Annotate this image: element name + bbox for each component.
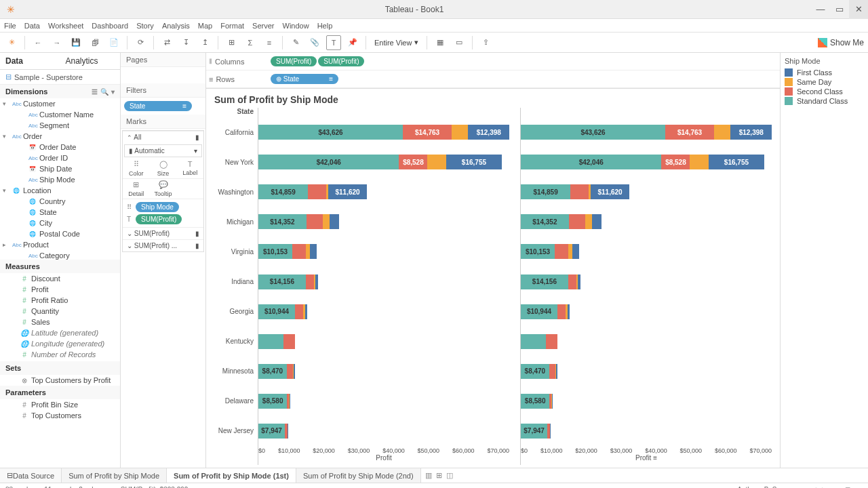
bar-segment[interactable]: $8,528 xyxy=(399,155,427,169)
bar-row[interactable] xyxy=(258,327,509,357)
bar-segment[interactable]: $16,755 xyxy=(446,155,502,169)
tab-datasource[interactable]: ⊟ Data Source xyxy=(0,468,62,483)
bar-segment[interactable] xyxy=(555,244,568,259)
new-dashboard-icon[interactable]: ⊞ xyxy=(436,471,442,480)
search-icon[interactable]: 🔍 xyxy=(100,88,108,96)
bar-segment[interactable]: $14,156 xyxy=(521,274,568,289)
marks-color[interactable]: ⠿Color xyxy=(123,159,150,178)
bar-row[interactable]: $8,470 xyxy=(258,357,509,386)
bar-segment[interactable]: $10,153 xyxy=(521,244,555,259)
menu-map[interactable]: Map xyxy=(198,22,212,30)
bar-segment[interactable]: $14,156 xyxy=(258,274,306,289)
bar-segment[interactable] xyxy=(315,274,318,289)
bar-row[interactable]: $42,046$8,528$16,755 xyxy=(258,147,509,177)
measure-sales[interactable]: #Sales xyxy=(0,317,120,327)
tableau-icon[interactable]: ✳ xyxy=(4,35,19,50)
new-datasource-button[interactable]: 🗐 xyxy=(87,35,102,50)
measure-longitude-generated-[interactable]: 🌐Longitude (generated) xyxy=(0,338,120,349)
axis-label[interactable]: Profit xyxy=(258,454,509,462)
bar-segment[interactable]: $43,626 xyxy=(258,125,403,140)
bar-row[interactable]: $14,352 xyxy=(521,207,772,237)
bar-segment[interactable] xyxy=(714,125,730,140)
columns-shelf[interactable]: ⦀Columns SUM(Profit) SUM(Profit) xyxy=(206,53,780,70)
menu-dashboard[interactable]: Dashboard xyxy=(92,22,128,30)
measure-number-of-records[interactable]: #Number of Records xyxy=(0,349,120,360)
bar-row[interactable]: $8,470 xyxy=(521,357,772,386)
bar-segment[interactable]: $8,580 xyxy=(258,394,287,409)
bar-segment[interactable]: $8,470 xyxy=(521,364,549,379)
menu-help[interactable]: Help xyxy=(317,22,333,30)
bar-segment[interactable]: $42,046 xyxy=(521,155,661,169)
bar-segment[interactable] xyxy=(295,304,303,319)
bar-segment[interactable]: $8,580 xyxy=(521,394,549,409)
bar-segment[interactable] xyxy=(288,424,288,439)
dimension-order-id[interactable]: AbcOrder ID xyxy=(0,152,120,163)
bar-segment[interactable] xyxy=(294,364,295,379)
bar-segment[interactable]: $12,398 xyxy=(468,125,509,140)
card-button[interactable]: ▦ xyxy=(433,35,448,50)
columns-pill-1[interactable]: SUM(Profit) xyxy=(271,56,317,66)
view-icon[interactable]: ☰ xyxy=(92,88,98,96)
bar-row[interactable]: $8,580 xyxy=(258,386,509,416)
bar-segment[interactable] xyxy=(292,244,306,259)
menu-window[interactable]: Window xyxy=(283,22,309,30)
bar-segment[interactable] xyxy=(592,214,601,229)
bar-segment[interactable]: $7,947 xyxy=(258,424,285,439)
bar-segment[interactable]: $8,470 xyxy=(258,364,287,379)
new-worksheet-button[interactable]: 📄 xyxy=(106,35,121,50)
save-button[interactable]: 💾 xyxy=(68,35,83,50)
pages-shelf[interactable]: Pages xyxy=(121,53,205,67)
bar-segment[interactable] xyxy=(308,184,326,199)
bar-segment[interactable] xyxy=(427,155,446,169)
tab-analytics[interactable]: Analytics xyxy=(60,53,121,69)
bar-segment[interactable] xyxy=(550,424,551,439)
axis-label[interactable]: Profit ≡ xyxy=(521,454,772,462)
params-item[interactable]: #Top Customers xyxy=(0,410,120,421)
marks-detail[interactable]: ⊞Detail xyxy=(123,179,150,199)
bar-segment[interactable] xyxy=(330,214,339,229)
group-button[interactable]: ⊞ xyxy=(224,35,239,50)
marks-sumprofit-1[interactable]: ⌄ SUM(Profit)▮ xyxy=(123,227,203,239)
dimension-segment[interactable]: AbcSegment xyxy=(0,120,120,131)
bar-segment[interactable]: $11,620 xyxy=(328,184,367,199)
measure-discount[interactable]: #Discount xyxy=(0,273,120,284)
bar-row[interactable]: $7,947 xyxy=(258,416,509,446)
highlight-button[interactable]: ✎ xyxy=(288,35,303,50)
marks-sumprofit-2[interactable]: ⌄ SUM(Profit) ...▮ xyxy=(123,239,203,251)
menu-server[interactable]: Server xyxy=(252,22,274,30)
bar-segment[interactable]: $7,947 xyxy=(521,424,547,439)
bar-segment[interactable] xyxy=(287,364,293,379)
marks-label[interactable]: TLabel xyxy=(176,159,203,178)
bar-segment[interactable] xyxy=(572,244,579,259)
bar-segment[interactable] xyxy=(305,304,307,319)
close-button[interactable]: ✕ xyxy=(849,0,868,19)
labels-button[interactable]: T xyxy=(326,35,341,50)
dimension-customer[interactable]: ▾AbcCustomer xyxy=(0,98,120,109)
bar-segment[interactable]: $11,620 xyxy=(591,184,629,199)
bar-segment[interactable] xyxy=(556,364,557,379)
dimension-ship-mode[interactable]: AbcShip Mode xyxy=(0,174,120,185)
legend-item[interactable]: Standard Class xyxy=(785,96,864,106)
dimension-order-date[interactable]: 📅Order Date xyxy=(0,142,120,152)
bar-segment[interactable]: $12,398 xyxy=(730,125,772,140)
filters-shelf[interactable]: Filters xyxy=(121,83,205,98)
dimension-order[interactable]: ▾AbcOrder xyxy=(0,131,120,142)
bar-segment[interactable] xyxy=(552,394,553,409)
bar-segment[interactable]: $14,763 xyxy=(403,125,452,140)
bar-segment[interactable]: $14,352 xyxy=(258,214,307,229)
rows-shelf[interactable]: ≡Rows ⊕ State≡ xyxy=(206,70,780,88)
bar-row[interactable]: $14,859$11,620 xyxy=(258,177,509,207)
share-button[interactable]: ⇪ xyxy=(478,35,493,50)
new-sheet-icon[interactable]: ▥ xyxy=(425,471,432,480)
forward-button[interactable]: → xyxy=(50,35,64,50)
dimension-state[interactable]: 🌐State xyxy=(0,207,120,218)
bar-segment[interactable]: $14,859 xyxy=(521,184,570,199)
dropdown-icon[interactable]: ▾ xyxy=(111,88,115,96)
bar-row[interactable]: $14,156 xyxy=(521,266,772,296)
bar-segment[interactable] xyxy=(557,304,566,319)
bar-row[interactable]: $8,580 xyxy=(521,386,772,416)
dimension-country[interactable]: 🌐Country xyxy=(0,196,120,207)
bar-segment[interactable]: $16,755 xyxy=(709,155,765,169)
measure-latitude-generated-[interactable]: 🌐Latitude (generated) xyxy=(0,327,120,338)
bar-row[interactable]: $14,156 xyxy=(258,266,509,296)
